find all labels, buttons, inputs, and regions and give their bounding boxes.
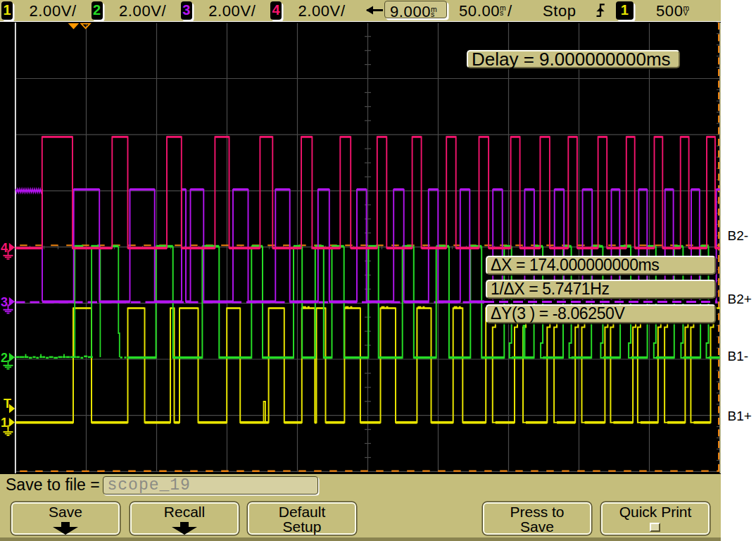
svg-text:1: 1 <box>1 416 8 430</box>
svg-text:2: 2 <box>1 351 8 365</box>
svg-text:4: 4 <box>1 241 8 255</box>
svg-text:3: 3 <box>1 295 8 309</box>
